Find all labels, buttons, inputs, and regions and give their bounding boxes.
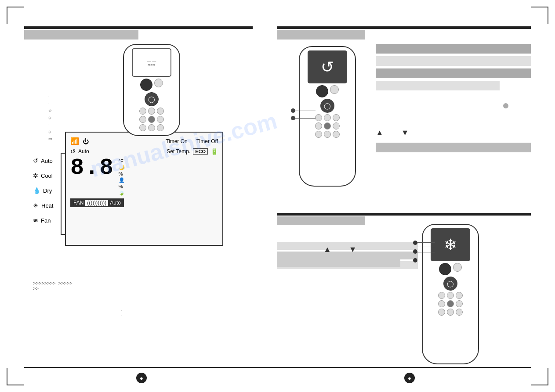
mode-fan: ≋ Fan <box>33 217 53 224</box>
dry-icon: 💧 <box>33 187 40 194</box>
btn-rb-7[interactable] <box>438 309 445 316</box>
btn-rb-2[interactable] <box>447 292 454 299</box>
leaf-icon: 🍃 <box>119 190 125 196</box>
btn-rt-4[interactable] <box>315 122 322 129</box>
timer-on-label: Timer On <box>166 138 188 144</box>
cool-label: Cool <box>41 173 53 179</box>
btn-row-4 <box>139 124 164 131</box>
remote-screen-left: — — ≋≋≋ <box>132 48 171 77</box>
btn-rt-9[interactable] <box>333 131 340 138</box>
btn-3[interactable] <box>157 108 164 115</box>
btn-row-nav: ◯ <box>145 92 159 106</box>
btn-rb-3[interactable] <box>456 292 463 299</box>
btn-8[interactable] <box>148 124 155 131</box>
btn-6[interactable] <box>157 116 164 123</box>
remote-screen-refresh: ↺ <box>308 50 347 83</box>
page-num-left: ● <box>136 373 147 383</box>
btn-rt-power[interactable] <box>316 85 328 97</box>
btn-row-rb-3 <box>438 300 463 307</box>
btn-rb-9[interactable] <box>456 309 463 316</box>
btn-power[interactable] <box>140 79 152 91</box>
percent-icon: % <box>119 171 125 176</box>
line-right-top-2 <box>295 118 316 119</box>
arrow-up-icon: ▲ <box>376 128 384 137</box>
btn-row-rb-4 <box>438 309 463 316</box>
fan-speed-label: FAN <box>73 200 83 206</box>
auto-label: Auto <box>41 158 53 164</box>
btn-row-rt-nav: ◯ <box>320 99 334 113</box>
info-bars-right-top <box>376 44 531 93</box>
bracket-left <box>61 153 62 234</box>
btn-nav[interactable]: ◯ <box>145 92 159 106</box>
btn-rt-3[interactable] <box>333 114 340 121</box>
btn-rb-mode[interactable] <box>453 263 462 272</box>
btn-rb-6[interactable] <box>456 300 463 307</box>
btn-row-rb-1 <box>439 263 462 275</box>
info-bar-rb-mid <box>277 258 400 267</box>
lcd-right-icons: °F 🌙 % 👤 % 🍃 <box>119 158 125 196</box>
page-num-right: ● <box>404 373 415 383</box>
dot-right-top-2 <box>291 116 295 120</box>
arrow-down-bottom-icon: ▼ <box>349 245 357 254</box>
corner-bl <box>7 368 24 385</box>
battery-icon: 🔋 <box>210 148 218 155</box>
remote-lcd-mini: — — ≋≋≋ <box>147 59 156 67</box>
person-icon: 👤 <box>119 177 125 183</box>
btn-row-2 <box>139 108 164 115</box>
moon-icon: 🌙 <box>119 165 125 170</box>
btn-1[interactable] <box>139 108 146 115</box>
heat-icon: ☀ <box>33 202 39 209</box>
small-dots-center: · · <box>121 308 122 317</box>
arrows-right-bottom: ▲ ▼ <box>323 245 357 254</box>
remote-right-bottom-buttons: ◯ <box>423 263 478 316</box>
btn-rb-8[interactable] <box>447 309 454 316</box>
btn-rb-1[interactable] <box>438 292 445 299</box>
pointer-line-rb-3 <box>417 252 435 252</box>
corner-br <box>531 368 548 385</box>
btn-rt-1[interactable] <box>315 114 322 121</box>
vertical-symbols: · · ☆ ◇ · ◇ ▭ <box>48 94 52 141</box>
arrows-right-top: ▲ ▼ <box>376 128 409 137</box>
slash-icon: % <box>119 184 125 189</box>
mode-labels: ↺ Auto ✲ Cool 💧 Dry ☀ Heat ≋ Fan <box>33 157 53 224</box>
btn-rb-nav[interactable]: ◯ <box>443 277 457 291</box>
page-num-left-value: ● <box>140 375 143 381</box>
cool-icon: ✲ <box>33 172 38 179</box>
btn-rb-4[interactable] <box>438 300 445 307</box>
corner-tl <box>7 7 24 24</box>
btn-rb-power[interactable] <box>439 263 451 275</box>
divider-mid-right <box>277 213 531 216</box>
fan-label: Fan <box>41 217 51 224</box>
btn-rt-6[interactable] <box>333 122 340 129</box>
btn-rt-mode[interactable] <box>330 85 339 94</box>
btn-rt-5[interactable] <box>324 122 331 129</box>
refresh-icon: ↺ <box>321 58 334 76</box>
snow-icon: ❄ <box>444 236 457 254</box>
btn-2[interactable] <box>148 108 155 115</box>
fan-icon: ≋ <box>33 217 38 224</box>
btn-7[interactable] <box>139 124 146 131</box>
set-temp-label: Set Temp. <box>167 148 190 155</box>
arrow-down-icon: ▼ <box>401 128 409 137</box>
header-bar-right <box>277 30 365 40</box>
btn-rt-8[interactable] <box>324 131 331 138</box>
btn-rt-2[interactable] <box>324 114 331 121</box>
wave-text: >>>>>>>> >>>>> <box>33 281 73 286</box>
auto-mode-label: Auto <box>78 148 89 155</box>
info-bar-rb-1 <box>277 230 418 239</box>
btn-9[interactable] <box>157 124 164 131</box>
pointer-line-rb-2 <box>417 247 435 247</box>
info-bar-4 <box>376 81 500 90</box>
info-bar-mid <box>376 143 531 152</box>
lcd-top-row: 📶 ⏻ Timer On Timer Off <box>70 137 218 145</box>
lcd-second-row: ↺ Auto Set Temp. ECO 🔋 <box>70 148 218 155</box>
btn-rt-7[interactable] <box>315 131 322 138</box>
dot-rb-2 <box>413 249 417 254</box>
btn-row-rt-4 <box>315 131 340 138</box>
pointer-line-rb-1 <box>417 242 435 243</box>
btn-4[interactable] <box>139 116 146 123</box>
btn-rb-5[interactable] <box>447 300 454 307</box>
btn-mode[interactable] <box>154 79 163 87</box>
btn-rt-nav[interactable]: ◯ <box>320 99 334 113</box>
btn-5[interactable] <box>148 116 155 123</box>
